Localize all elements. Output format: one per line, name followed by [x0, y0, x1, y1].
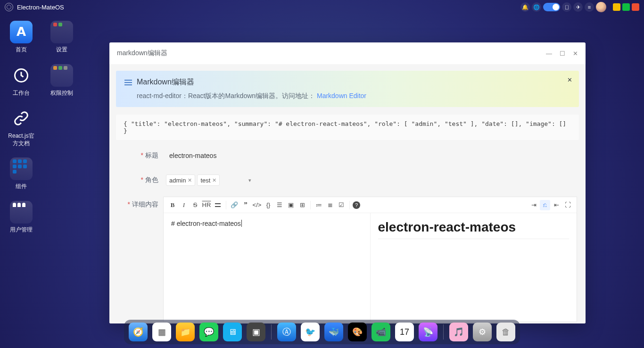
dock-facetime[interactable]: 📹: [372, 323, 390, 341]
italic-button[interactable]: I: [179, 200, 189, 210]
os-topbar: Electron-MateOS 🔔 🌐 ⎕ ✈ ≡: [0, 0, 644, 14]
content-label: *详细内容: [118, 197, 163, 209]
desktop-users[interactable]: 用户管理: [7, 201, 36, 234]
editor-toolbar: B I S HR 🔗 ” </> {} ☰ ▣ ⊞: [164, 197, 577, 213]
remove-icon[interactable]: ✕: [188, 177, 192, 183]
role-label: *角色: [118, 176, 163, 184]
strike-button[interactable]: S: [190, 200, 200, 210]
ul-button[interactable]: ≔: [314, 200, 324, 210]
editor-source[interactable]: # electron-react-mateos: [164, 213, 371, 322]
dock-safari[interactable]: 🧭: [129, 323, 148, 341]
remove-icon[interactable]: ✕: [212, 177, 216, 183]
codeblock-button[interactable]: {}: [263, 200, 273, 210]
dock-swift[interactable]: 🐦: [301, 323, 320, 341]
dock-podcasts[interactable]: 📡: [419, 323, 438, 341]
checklist-button[interactable]: ☑: [336, 200, 347, 210]
window-maximize-button[interactable]: ☐: [560, 50, 565, 57]
os-title: Electron-MateOS: [17, 4, 64, 11]
desktop-workbench[interactable]: 工作台: [7, 64, 36, 97]
dock-settings[interactable]: ⚙: [473, 323, 492, 341]
info-alert: Markdown编辑器 react-md-editor：React版本的Mark…: [116, 71, 579, 107]
window-title: markdown编辑器: [117, 49, 167, 58]
os-minimize-button[interactable]: [613, 3, 620, 11]
os-close-button[interactable]: [632, 3, 639, 11]
menu-icon[interactable]: ≡: [585, 2, 594, 12]
role-select[interactable]: admin✕ test✕ ▾: [163, 172, 257, 188]
title-button[interactable]: [213, 200, 223, 210]
gift-icon[interactable]: ⎕: [562, 2, 571, 12]
markdown-editor-window: markdown编辑器 — ☐ ✕ Markdown编辑器 react-md-e…: [109, 42, 586, 323]
role-tag-test[interactable]: test✕: [197, 174, 220, 186]
alert-close-button[interactable]: ✕: [567, 76, 572, 83]
window-minimize-button[interactable]: —: [546, 50, 552, 57]
dock-calendar[interactable]: 17: [395, 323, 414, 341]
desktop-reactdocs[interactable]: React.js官方文档: [7, 107, 36, 147]
dock-music[interactable]: 🎵: [449, 323, 468, 341]
split-view-button[interactable]: ⎌: [540, 200, 550, 210]
markdown-editor: B I S HR 🔗 ” </> {} ☰ ▣ ⊞: [163, 197, 577, 322]
dock-display[interactable]: 🖥: [223, 323, 242, 341]
json-preview: { "title": "electron-mateos", "summary":…: [116, 115, 579, 140]
bell-icon[interactable]: 🔔: [520, 2, 530, 12]
list-icon: [124, 80, 132, 85]
comment-button[interactable]: ☰: [274, 200, 285, 210]
editor-preview: electron-react-mateos: [371, 213, 577, 322]
role-tag-admin[interactable]: admin✕: [166, 174, 195, 186]
table-button[interactable]: ⊞: [297, 200, 307, 210]
image-button[interactable]: ▣: [286, 200, 296, 210]
electron-logo-icon: [5, 3, 13, 11]
code-button[interactable]: </>: [252, 200, 262, 210]
dock-messages[interactable]: 💬: [199, 323, 218, 341]
alert-title: Markdown编辑器: [137, 77, 194, 87]
ol-button[interactable]: ≣: [325, 200, 335, 210]
fullscreen-button[interactable]: ⛶: [562, 200, 573, 210]
preview-only-button[interactable]: ⇤: [551, 200, 561, 210]
title-input[interactable]: [163, 148, 375, 164]
title-label: *标题: [118, 151, 163, 160]
desktop-home[interactable]: 𝗔 首页: [7, 21, 36, 54]
user-avatar[interactable]: [596, 2, 606, 12]
dock-docker[interactable]: 🐳: [324, 323, 343, 341]
hr-button[interactable]: HR: [201, 200, 212, 210]
globe-icon[interactable]: 🌐: [532, 2, 541, 12]
desktop-settings[interactable]: 设置: [47, 21, 76, 54]
dock-terminal[interactable]: ▣: [247, 323, 265, 341]
edit-only-button[interactable]: ⇥: [528, 200, 539, 210]
dock-appstore[interactable]: Ⓐ: [277, 323, 296, 341]
help-button[interactable]: ?: [353, 201, 360, 209]
dock-trash[interactable]: 🗑: [496, 323, 515, 341]
dock-launchpad[interactable]: ▦: [152, 323, 171, 341]
dock: 🧭 ▦ 📁 💬 🖥 ▣ Ⓐ 🐦 🐳 🎨 📹 17 📡 🎵 ⚙ 🗑: [124, 320, 520, 344]
desktop-icons: 𝗔 首页 设置 工作台 权限控制 React.js官方文档 组件: [7, 21, 76, 234]
alert-desc: react-md-editor：React版本的Markdown编辑器。访问地址…: [137, 92, 315, 99]
desktop-components[interactable]: 组件: [7, 157, 36, 191]
markdown-editor-link[interactable]: Markdown Editor: [317, 92, 366, 99]
bold-button[interactable]: B: [167, 200, 178, 210]
chevron-down-icon[interactable]: ▾: [244, 177, 256, 183]
dock-folder[interactable]: 📁: [176, 323, 195, 341]
link-button[interactable]: 🔗: [229, 200, 239, 210]
rocket-icon[interactable]: ✈: [573, 2, 583, 12]
desktop-permission[interactable]: 权限控制: [47, 64, 76, 97]
window-close-button[interactable]: ✕: [573, 50, 578, 57]
theme-toggle[interactable]: [543, 3, 560, 11]
os-maximize-button[interactable]: [622, 3, 630, 11]
quote-button[interactable]: ”: [240, 200, 251, 210]
window-titlebar[interactable]: markdown编辑器 — ☐ ✕: [109, 42, 586, 64]
dock-figma[interactable]: 🎨: [348, 323, 367, 341]
